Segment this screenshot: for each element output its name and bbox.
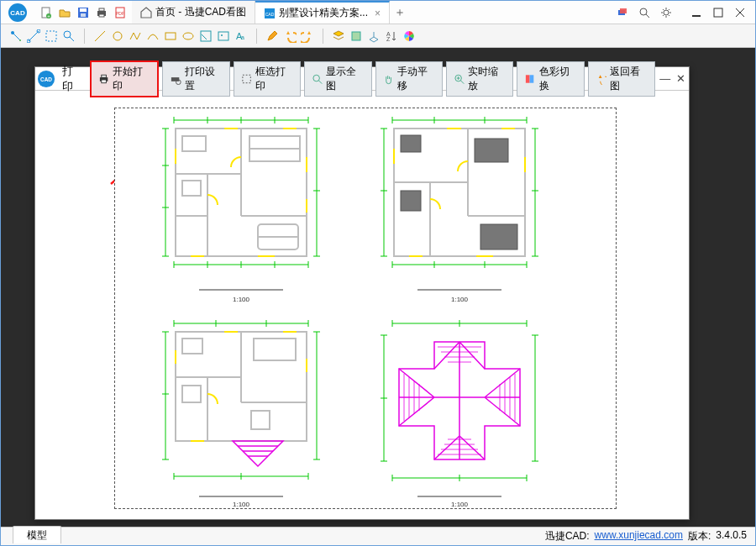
svg-point-19 — [664, 10, 669, 15]
svg-rect-37 — [46, 31, 56, 41]
draw-text-icon[interactable]: Aa — [233, 28, 249, 45]
back-to-view-button[interactable]: 返回看图 — [588, 61, 655, 97]
draw-rect-icon[interactable] — [162, 28, 179, 45]
svg-rect-70 — [530, 75, 534, 82]
tool-measure-icon[interactable] — [25, 28, 42, 45]
redo-icon[interactable] — [299, 28, 316, 45]
document-tabs: 首页 - 迅捷CAD看图 CAD 别墅设计精美方案... × ＋ — [132, 1, 410, 24]
print-icon[interactable] — [95, 6, 108, 19]
layer-icon[interactable] — [330, 28, 347, 45]
website-link[interactable]: www.xunjiecad.com — [595, 529, 683, 543]
printer-icon — [98, 73, 109, 85]
draw-hatch-icon[interactable] — [197, 28, 214, 45]
scale-label: 1:100 — [233, 501, 250, 508]
draw-line-icon[interactable] — [92, 28, 108, 45]
button-label: 手动平移 — [397, 65, 435, 93]
sort-icon[interactable]: AZ — [383, 28, 400, 45]
model-tab-label: 模型 — [27, 528, 47, 543]
edit-icon[interactable] — [264, 28, 281, 45]
panel-close-button[interactable]: ✕ — [673, 72, 689, 85]
realtime-zoom-button[interactable]: 实时缩放 — [446, 61, 513, 97]
save-icon[interactable] — [76, 6, 90, 19]
title-bar: CAD + PDF 首页 - 迅捷CAD看图 CAD 别墅设计精美方案... ×… — [1, 1, 755, 24]
start-print-button[interactable]: 开始打印 — [90, 60, 159, 97]
draw-polyline-icon[interactable] — [127, 28, 144, 45]
svg-rect-138 — [401, 191, 421, 211]
button-label: 实时缩放 — [468, 65, 506, 93]
minimize-button[interactable] — [690, 6, 703, 19]
svg-rect-16 — [620, 8, 627, 13]
dim3d-icon[interactable] — [365, 28, 382, 45]
open-file-icon[interactable] — [58, 6, 71, 19]
home-icon — [140, 7, 152, 18]
svg-point-34 — [19, 39, 21, 41]
show-all-button[interactable]: 显示全图 — [304, 61, 371, 97]
svg-text:PDF: PDF — [116, 11, 124, 16]
drawing-bottom-right: 1:100 — [375, 318, 543, 512]
color-toggle-button[interactable]: 色彩切换 — [517, 61, 584, 97]
gear-icon[interactable] — [659, 6, 673, 19]
svg-rect-6 — [80, 8, 87, 12]
svg-rect-7 — [81, 13, 86, 17]
draw-arc-icon[interactable] — [144, 28, 161, 45]
new-tab-button[interactable]: ＋ — [390, 1, 410, 24]
scale-label: 1:100 — [451, 296, 469, 303]
svg-text:CAD: CAD — [10, 9, 25, 17]
color-wheel-icon[interactable] — [401, 28, 417, 45]
tab-home[interactable]: 首页 - 迅捷CAD看图 — [132, 1, 255, 24]
svg-rect-139 — [480, 224, 517, 249]
model-tab[interactable]: 模型 — [13, 526, 61, 543]
zoom-extents-icon — [312, 73, 323, 85]
svg-text:CAD: CAD — [40, 76, 52, 81]
print-settings-button[interactable]: 打印设置 — [162, 61, 229, 97]
window-controls — [681, 6, 755, 19]
main-toolbar: Aa AZ — [1, 24, 755, 48]
svg-rect-170 — [182, 386, 201, 402]
svg-rect-69 — [526, 75, 530, 82]
svg-rect-60 — [171, 77, 179, 81]
print-paper[interactable]: 1:100 — [114, 108, 617, 509]
print-toolbar: CAD 打印 开始打印 打印设置 框选打印 显示全图 手动平移 — [35, 67, 689, 91]
svg-line-39 — [70, 37, 74, 41]
quick-access-toolbar: + PDF — [34, 6, 132, 19]
tool-window-icon[interactable] — [43, 28, 60, 45]
svg-rect-29 — [714, 8, 722, 17]
pan-button[interactable]: 手动平移 — [375, 61, 443, 97]
new-file-icon[interactable]: + — [39, 6, 53, 19]
draw-ellipse-icon[interactable] — [180, 28, 197, 45]
box-select-print-button[interactable]: 框选打印 — [234, 61, 301, 97]
block-icon[interactable] — [348, 28, 365, 45]
svg-line-68 — [460, 80, 464, 83]
printer-gear-icon — [170, 73, 181, 85]
tool-zoom-icon[interactable] — [60, 28, 77, 45]
svg-line-24 — [663, 9, 664, 10]
svg-rect-46 — [218, 32, 228, 40]
close-button[interactable] — [733, 6, 747, 19]
svg-rect-168 — [182, 339, 202, 354]
magnifier-icon[interactable] — [638, 6, 651, 19]
svg-rect-42 — [165, 33, 176, 39]
svg-rect-169 — [254, 339, 296, 360]
svg-rect-58 — [102, 75, 107, 77]
button-label: 打印设置 — [185, 65, 223, 93]
svg-rect-171 — [251, 411, 270, 429]
layers-icon[interactable] — [616, 6, 629, 19]
tab-label: 首页 - 迅捷CAD看图 — [155, 5, 246, 19]
print-panel-title: 打印 — [57, 64, 88, 94]
draw-image-icon[interactable] — [215, 28, 232, 45]
draw-circle-icon[interactable] — [109, 28, 126, 45]
window-extra-controls — [607, 6, 681, 19]
svg-point-47 — [221, 34, 223, 36]
close-tab-icon[interactable]: × — [375, 8, 381, 19]
print-preview-panel: CAD 打印 开始打印 打印设置 框选打印 显示全图 手动平移 — [34, 66, 690, 520]
svg-line-45 — [202, 34, 207, 39]
undo-icon[interactable] — [281, 28, 298, 45]
pdf-icon[interactable]: PDF — [113, 6, 127, 19]
svg-line-26 — [663, 15, 664, 16]
panel-minimize-button[interactable]: — — [657, 72, 673, 85]
tool-pick-icon[interactable] — [8, 28, 24, 45]
maximize-button[interactable] — [711, 6, 725, 19]
tab-document[interactable]: CAD 别墅设计精美方案... × — [255, 1, 390, 24]
svg-rect-137 — [401, 135, 421, 152]
button-label: 框选打印 — [255, 65, 293, 93]
